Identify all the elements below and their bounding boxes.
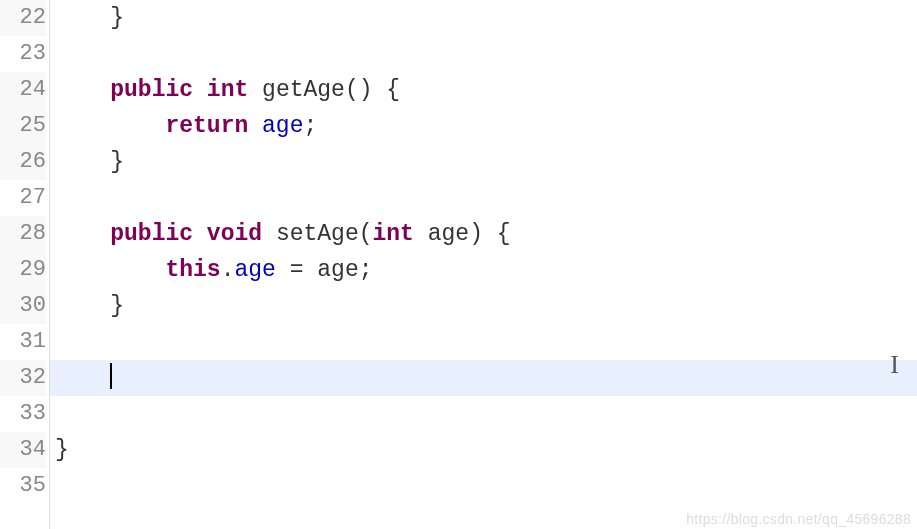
code-line-35[interactable] (50, 468, 917, 504)
indent (55, 365, 110, 391)
line-number: 22 (0, 0, 46, 36)
indent (55, 221, 110, 247)
brace: } (55, 149, 124, 175)
line-number: 29 (0, 252, 46, 288)
code-editor[interactable]: } public int getAge() { return age; } pu… (50, 0, 917, 529)
text-cursor (110, 363, 112, 389)
indent (55, 257, 165, 283)
method-signature: getAge() { (248, 77, 400, 103)
line-number: 27 (0, 180, 46, 216)
assignment: = age; (276, 257, 373, 283)
keyword-int: int (207, 77, 248, 103)
indent (55, 77, 110, 103)
space (248, 113, 262, 139)
space (193, 77, 207, 103)
line-number: 33 (0, 396, 46, 432)
code-line-28[interactable]: public void setAge(int age) { (50, 216, 917, 252)
keyword-public: public (110, 221, 193, 247)
code-line-24[interactable]: public int getAge() { (50, 72, 917, 108)
code-line-23[interactable] (50, 36, 917, 72)
code-line-31[interactable] (50, 324, 917, 360)
code-line-34[interactable]: } (50, 432, 917, 468)
line-number: 28 (0, 216, 46, 252)
line-number: 25 (0, 108, 46, 144)
line-number: 24 (0, 72, 46, 108)
line-number: 26 (0, 144, 46, 180)
watermark: https://blog.csdn.net/qq_45696288 (686, 511, 911, 527)
field-age: age (262, 113, 303, 139)
keyword-return: return (165, 113, 248, 139)
keyword-this: this (165, 257, 220, 283)
param: age) { (414, 221, 511, 247)
brace: } (55, 437, 69, 463)
keyword-int: int (373, 221, 414, 247)
code-line-32-current[interactable] (50, 360, 917, 396)
keyword-public: public (110, 77, 193, 103)
code-line-22[interactable]: } (50, 0, 917, 36)
code-line-27[interactable] (50, 180, 917, 216)
indent (55, 113, 165, 139)
code-line-26[interactable]: } (50, 144, 917, 180)
line-number: 31 (0, 324, 46, 360)
keyword-void: void (207, 221, 262, 247)
method-signature: setAge( (262, 221, 372, 247)
brace: } (55, 293, 124, 319)
line-number: 35 (0, 468, 46, 504)
field-age: age (234, 257, 275, 283)
code-line-29[interactable]: this.age = age; (50, 252, 917, 288)
semicolon: ; (303, 113, 317, 139)
line-number: 34 (0, 432, 46, 468)
code-line-25[interactable]: return age; (50, 108, 917, 144)
line-number: 32 (0, 360, 46, 396)
code-line-30[interactable]: } (50, 288, 917, 324)
brace: } (55, 5, 124, 31)
line-number: 23 (0, 36, 46, 72)
line-number: 30 (0, 288, 46, 324)
code-line-33[interactable] (50, 396, 917, 432)
line-number-gutter: 22 23 24 25 26 27 28 29 30 31 32 33 34 3… (0, 0, 50, 529)
dot: . (221, 257, 235, 283)
space (193, 221, 207, 247)
